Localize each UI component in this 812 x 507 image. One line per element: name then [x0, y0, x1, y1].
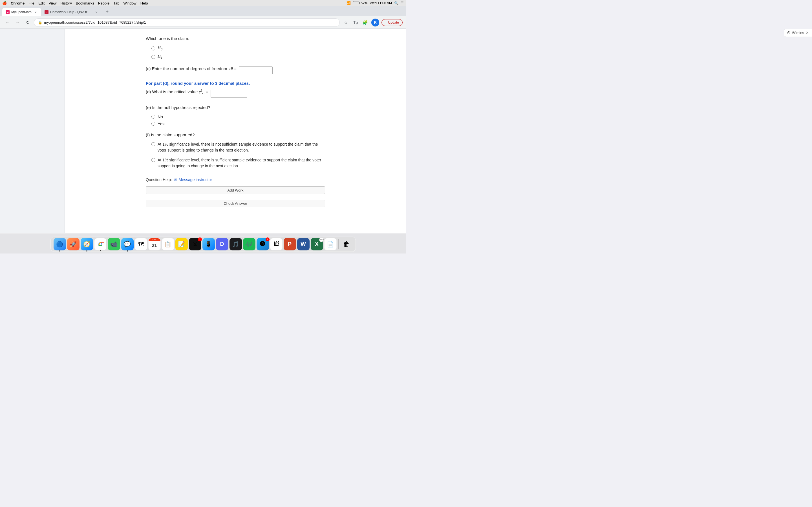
dock-item-preview[interactable]: 🖼	[270, 238, 283, 250]
check-answer-button[interactable]: Check Answer	[146, 200, 325, 207]
yes-radio[interactable]	[151, 122, 155, 126]
dock-item-discord[interactable]: D	[216, 238, 229, 250]
part-f-option2[interactable]: At 1% significance level, there is suffi…	[151, 157, 325, 169]
h1-radio[interactable]	[151, 55, 155, 59]
menu-help[interactable]: Help	[140, 1, 148, 5]
music-icon: 🎵	[232, 241, 239, 247]
part-e-section: (e) Is the null hypothesis rejected? No …	[146, 105, 325, 126]
tab1-close-button[interactable]: ✕	[33, 10, 38, 14]
url-bar[interactable]: 🔒 myopenmath.com/assess2/?cid=101687&aid…	[34, 18, 340, 27]
question-help-label: Question Help:	[146, 177, 172, 182]
reload-button[interactable]: ↻	[24, 18, 32, 26]
yes-label: Yes	[158, 121, 164, 126]
dock-item-music[interactable]: 🎵	[230, 238, 242, 250]
reminders-icon: 📋	[164, 241, 171, 247]
dock-item-notes[interactable]: 📝	[175, 238, 188, 250]
powerpoint-icon: P	[288, 241, 292, 247]
notes-icon: 📝	[178, 241, 185, 247]
tab-homework-help[interactable]: H Homework Help - Q&A from C ✕	[41, 8, 102, 16]
no-label: No	[158, 114, 163, 119]
app-name[interactable]: Chrome	[11, 1, 24, 5]
forward-button[interactable]: →	[13, 18, 21, 26]
discord-icon: D	[220, 241, 224, 247]
add-work-button[interactable]: Add Work	[146, 186, 325, 194]
chi-critical-input[interactable]	[211, 90, 247, 98]
dock-item-launchpad[interactable]: 🚀	[67, 238, 80, 250]
tab2-label: Homework Help - Q&A from C	[50, 10, 93, 14]
menu-tab[interactable]: Tab	[113, 1, 119, 5]
new-tab-button[interactable]: +	[103, 8, 111, 16]
battery-display: 57%	[353, 1, 367, 5]
dock-item-reminders[interactable]: 📋	[162, 238, 174, 250]
maps-icon: 🗺	[138, 241, 144, 247]
tab2-close-button[interactable]: ✕	[94, 10, 99, 14]
dock-item-spotify[interactable]: 🎶	[243, 238, 255, 250]
dock-item-calendar[interactable]: APR 21	[148, 238, 161, 250]
menu-history[interactable]: History	[60, 1, 71, 5]
h1-label: H1	[158, 54, 162, 60]
secure-icon: 🔒	[38, 20, 42, 24]
messages-icon: 💬	[124, 241, 131, 247]
dock-item-safari[interactable]: 🧭	[81, 238, 93, 250]
h0-radio[interactable]	[151, 47, 155, 50]
menu-file[interactable]: File	[29, 1, 35, 5]
dock-item-word[interactable]: W	[297, 238, 310, 250]
dock-item-trash[interactable]: 🗑	[340, 238, 353, 250]
launchpad-icon: 🚀	[70, 241, 77, 247]
f2-label: At 1% significance level, there is suffi…	[158, 157, 325, 169]
part-f-section: (f) Is the claim supported? At 1% signif…	[146, 132, 325, 169]
dock-item-facetime[interactable]: 📹	[108, 238, 120, 250]
dock-item-powerpoint[interactable]: P	[284, 238, 296, 250]
update-button[interactable]: ↑ Update	[382, 19, 403, 26]
facetime-icon: 📹	[110, 241, 117, 247]
word-icon: W	[301, 241, 306, 247]
menu-bookmarks[interactable]: Bookmarks	[76, 1, 94, 5]
part-d-label: (d) What is the critical value χ2cr =	[146, 89, 208, 96]
dock-item-maps[interactable]: 🗺	[135, 238, 147, 250]
f2-radio[interactable]	[151, 158, 155, 162]
menu-people[interactable]: People	[98, 1, 109, 5]
back-button[interactable]: ←	[3, 18, 11, 26]
update-label: Update	[388, 20, 399, 24]
dock-item-phone[interactable]: 📱	[202, 238, 215, 250]
main-layout: Which one is the claim: H0 H1 (c)	[0, 29, 406, 233]
df-input[interactable]	[239, 66, 273, 74]
dock-item-messages[interactable]: 💬	[121, 238, 134, 250]
apple-menu[interactable]: 🍎	[2, 1, 7, 5]
control-center-icon[interactable]: ☰	[401, 1, 404, 5]
question-help: Question Help: ✉ Message instructor	[146, 177, 325, 182]
finder-icon: 🔵	[56, 241, 63, 247]
menu-window[interactable]: Window	[123, 1, 136, 5]
h0-label: H0	[158, 45, 162, 52]
profile-button[interactable]: R	[371, 18, 379, 26]
chrome-icon	[96, 240, 104, 248]
claim-section: Which one is the claim: H0 H1	[146, 36, 325, 60]
dock-item-chrome[interactable]	[94, 238, 107, 250]
sidebar	[0, 29, 65, 233]
h0-option[interactable]: H0	[151, 45, 325, 52]
menu-view[interactable]: View	[49, 1, 56, 5]
tp-extension[interactable]: Tp	[352, 19, 359, 26]
f1-radio[interactable]	[151, 142, 155, 146]
button-row: Add Work Check Answer	[146, 184, 325, 207]
menu-edit[interactable]: Edit	[38, 1, 45, 5]
dock-item-appstore[interactable]: 🅐 7	[257, 238, 269, 250]
yes-option[interactable]: Yes	[151, 121, 325, 126]
tab-myopenmath[interactable]: M MyOpenMath ✕	[2, 8, 41, 16]
calendar-month: APR	[149, 238, 160, 241]
calendar-day: 21	[152, 243, 157, 248]
bookmark-button[interactable]: ☆	[342, 18, 350, 26]
extensions-button[interactable]: 🧩	[361, 18, 369, 26]
message-instructor-link[interactable]: ✉ Message instructor	[174, 177, 212, 182]
dock-item-league[interactable]: ⚔ 7	[189, 238, 201, 250]
update-icon: ↑	[385, 20, 387, 24]
no-radio[interactable]	[151, 115, 155, 119]
dock-item-pages[interactable]: 📄	[324, 238, 337, 250]
dock-item-finder[interactable]: 🔵	[54, 238, 66, 250]
dock-item-excel[interactable]: X 7.012	[311, 238, 323, 250]
no-option[interactable]: No	[151, 114, 325, 119]
h1-option[interactable]: H1	[151, 54, 325, 60]
dock-divider	[338, 239, 339, 249]
search-icon[interactable]: 🔍	[394, 1, 398, 5]
part-f-option1[interactable]: At 1% significance level, there is not s…	[151, 142, 325, 153]
